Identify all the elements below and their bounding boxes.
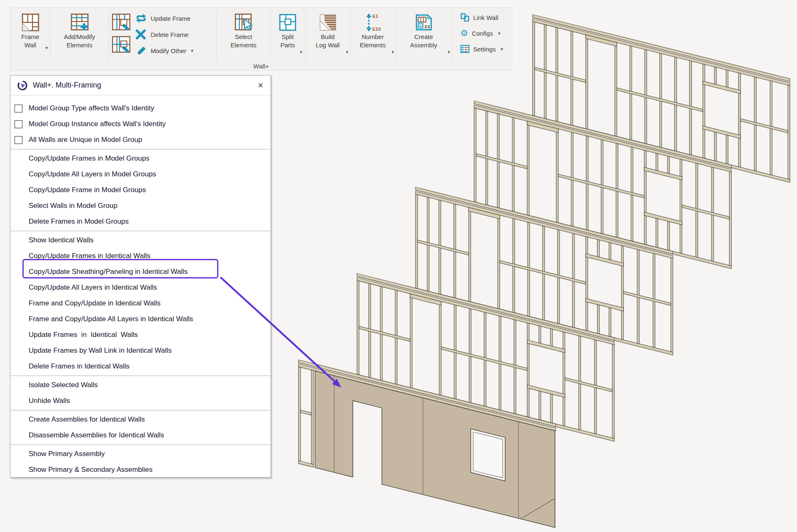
menu-item-label: Copy/Update All Layers in Model Groups (29, 170, 156, 178)
chevron-down-icon: ▾ (391, 49, 394, 55)
menu-separator (10, 410, 271, 410)
delete-x-icon (135, 29, 147, 39)
chevron-down-icon: ▾ (45, 45, 48, 51)
menu-item[interactable]: Frame and Copy/Update in Identical Walls (10, 295, 271, 311)
group-separator (396, 10, 396, 61)
svg-text:E10: E10 (372, 27, 381, 32)
menu-item[interactable]: Update Frames in Identical Walls (10, 327, 271, 343)
create-assembly-button[interactable]: Create Assembly ▾ (396, 10, 451, 61)
dialog-titlebar[interactable]: Wall+. Multi-Framing × (10, 76, 271, 95)
group-separator (270, 10, 270, 61)
menu-item[interactable]: Disassemble Assemblies for Identical Wal… (10, 427, 271, 443)
menu-item-label: Isolate Selected Walls (29, 381, 98, 389)
modify-frame-split-icon[interactable] (111, 35, 132, 54)
configs-label: Configs (472, 30, 493, 37)
build-log-wall-button[interactable]: Build Log Wall ▾ (306, 10, 349, 61)
close-icon[interactable]: × (256, 81, 265, 90)
update-frame-split-icon[interactable] (111, 13, 132, 32)
checkbox-row[interactable]: All Walls are Unique in Model Group (10, 132, 271, 148)
sheathed-wall[interactable] (298, 360, 556, 528)
menu-item[interactable]: Unhide Walls (10, 393, 271, 409)
frame-wall-icon (21, 13, 40, 32)
dialog-title: Wall+. Multi-Framing (33, 81, 256, 90)
menu-item-highlighted[interactable]: Copy/Update Sheathing/Paneling in Identi… (10, 264, 271, 280)
settings-button[interactable]: Settings ▾ (460, 43, 503, 55)
menu-item[interactable]: Delete Frames in Model Groups (10, 214, 271, 229)
menu-item[interactable]: Show Primary Assembly (10, 446, 271, 462)
menu-item[interactable]: Copy/Update All Layers in Identical Wall… (10, 280, 271, 295)
menu-item[interactable]: Select Walls in Model Group (10, 198, 271, 214)
svg-text:E1: E1 (372, 14, 379, 19)
menu-item[interactable]: Update Frames by Wall Link in Identical … (10, 343, 271, 359)
split-parts-icon (278, 13, 297, 32)
checkbox-unchecked[interactable] (15, 120, 22, 128)
chevron-down-icon: ▾ (498, 31, 501, 36)
chevron-down-icon: ▾ (447, 49, 450, 55)
update-frame-label: Update Frame (151, 15, 191, 22)
menu-item[interactable]: Create Assemblies for Identical Walls (10, 412, 271, 427)
menu-separator (10, 231, 271, 231)
build-log-wall-label-1: Build (321, 33, 335, 40)
gear-icon: ⚙ (460, 29, 468, 38)
delete-frame-label: Delete Frame (151, 31, 188, 38)
group-separator (109, 10, 109, 61)
checkbox-unchecked[interactable] (15, 105, 22, 112)
checkbox-row[interactable]: Model Group Instance affects Wall's Iden… (10, 116, 271, 132)
menu-item[interactable]: Isolate Selected Walls (10, 377, 271, 393)
chevron-down-icon: ▾ (300, 49, 302, 55)
checkbox-row[interactable]: Model Group Type affects Wall's Identity (10, 100, 271, 116)
menu-item[interactable]: Copy/Update Frames in Model Groups (10, 151, 271, 166)
settings-icon (460, 44, 469, 54)
menu-item-label: Unhide Walls (29, 397, 70, 405)
menu-item[interactable]: Show Identical Walls (10, 232, 271, 248)
menu-item[interactable]: Frame and Copy/Update All Layers in Iden… (10, 311, 271, 327)
ribbon-tab-label: Wall+ (10, 63, 512, 70)
select-elements-icon (234, 13, 253, 32)
split-parts-label-2: Parts (280, 41, 295, 49)
modify-other-button[interactable]: Modify Other ▾ (135, 44, 193, 58)
menu-item[interactable]: Copy/Update Frames in Identical Walls (10, 248, 271, 264)
add-modify-elements-button[interactable]: Add/Modify Elements (51, 10, 108, 61)
split-parts-label-1: Split (281, 33, 293, 40)
menu-item-label: Disassemble Assemblies for Identical Wal… (29, 431, 164, 439)
menu-item[interactable]: Copy/Update All Layers in Model Groups (10, 166, 271, 182)
group-separator (306, 10, 306, 61)
chevron-down-icon: ▾ (501, 46, 503, 52)
frame-wall-button[interactable]: Frame Wall ▾ (11, 10, 49, 61)
configs-button[interactable]: ⚙ Configs ▾ (460, 27, 500, 39)
menu-item-label: Create Assemblies for Identical Walls (29, 415, 145, 424)
menu-separator (10, 149, 271, 149)
number-elements-label-2: Elements (360, 41, 386, 49)
checkbox-unchecked[interactable] (15, 136, 22, 144)
build-log-wall-icon (318, 13, 337, 32)
menu-separator (10, 376, 271, 376)
menu-item[interactable]: Show Primary & Secondary Assemblies (10, 462, 271, 478)
build-log-wall-label-2: Log Wall (316, 41, 340, 49)
select-elements-label-2: Elements (230, 41, 257, 49)
menu-item[interactable]: Delete Frames in Identical Walls (10, 359, 271, 374)
link-wall-button[interactable]: Link Wall (460, 11, 498, 24)
frame-wall-label-1: Frame (21, 33, 39, 40)
chevron-down-icon: ▾ (346, 49, 348, 55)
menu-item-label: Frame and Copy/Update All Layers in Iden… (29, 315, 193, 323)
update-arrows-icon (135, 13, 147, 23)
ribbon-panel: Frame Wall ▾ Add/Modify Elements (10, 7, 512, 71)
delete-frame-button[interactable]: Delete Frame (135, 27, 188, 41)
split-parts-button[interactable]: Split Parts ▾ (271, 10, 305, 61)
settings-label: Settings (473, 46, 496, 53)
pencil-icon (135, 46, 147, 56)
update-frame-button[interactable]: Update Frame (135, 11, 191, 25)
menu-item-label: Delete Frames in Identical Walls (29, 362, 130, 371)
number-elements-button[interactable]: E1 E10 Number Elements ▾ (351, 10, 395, 61)
menu-item-label: Show Primary & Secondary Assemblies (29, 466, 153, 474)
app-canvas: Frame Wall ▾ Add/Modify Elements (0, 0, 797, 532)
multi-framing-dialog: Wall+. Multi-Framing × Model Group Type … (10, 75, 271, 478)
checkbox-label: All Walls are Unique in Model Group (29, 136, 142, 144)
menu-item[interactable]: Copy/Update Frame in Model Groups (10, 182, 271, 198)
modify-other-label: Modify Other (151, 47, 186, 54)
add-modify-label-1: Add/Modify (64, 33, 95, 40)
create-assembly-label-1: Create (414, 33, 433, 40)
menu-item-label: Copy/Update Sheathing/Paneling in Identi… (29, 268, 188, 276)
menu-item-label: Update Frames by Wall Link in Identical … (29, 347, 172, 355)
select-elements-button[interactable]: Select Elements (217, 10, 270, 61)
